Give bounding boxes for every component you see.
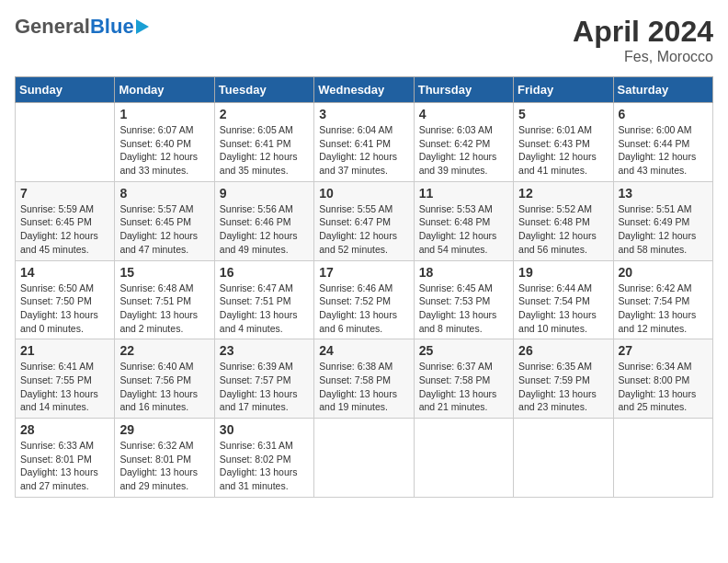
day-number: 2 xyxy=(220,107,309,121)
calendar-header-thursday: Thursday xyxy=(414,77,513,103)
calendar-week-row: 14Sunrise: 6:50 AM Sunset: 7:50 PM Dayli… xyxy=(16,260,713,339)
calendar-header-row: SundayMondayTuesdayWednesdayThursdayFrid… xyxy=(16,77,713,103)
day-number: 26 xyxy=(518,343,608,358)
day-info: Sunrise: 5:51 AM Sunset: 6:49 PM Dayligh… xyxy=(619,202,708,257)
calendar-header-monday: Monday xyxy=(115,77,214,103)
day-number: 14 xyxy=(20,265,109,280)
day-info: Sunrise: 6:50 AM Sunset: 7:50 PM Dayligh… xyxy=(20,282,109,336)
calendar-cell: 17Sunrise: 6:46 AM Sunset: 7:52 PM Dayli… xyxy=(314,260,414,339)
day-info: Sunrise: 6:34 AM Sunset: 8:00 PM Dayligh… xyxy=(619,360,708,414)
day-info: Sunrise: 6:39 AM Sunset: 7:57 PM Dayligh… xyxy=(220,360,309,414)
logo-arrow-icon xyxy=(136,19,149,34)
calendar-header-sunday: Sunday xyxy=(16,77,115,103)
day-info: Sunrise: 6:00 AM Sunset: 6:44 PM Dayligh… xyxy=(619,123,708,178)
calendar-cell: 23Sunrise: 6:39 AM Sunset: 7:57 PM Dayli… xyxy=(214,339,313,419)
calendar-cell: 10Sunrise: 5:55 AM Sunset: 6:47 PM Dayli… xyxy=(314,181,414,260)
calendar-cell: 21Sunrise: 6:41 AM Sunset: 7:55 PM Dayli… xyxy=(16,339,115,419)
day-info: Sunrise: 6:03 AM Sunset: 6:42 PM Dayligh… xyxy=(419,123,508,178)
calendar-cell xyxy=(16,103,115,182)
calendar-week-row: 28Sunrise: 6:33 AM Sunset: 8:01 PM Dayli… xyxy=(16,419,713,498)
day-number: 25 xyxy=(419,343,508,358)
day-number: 20 xyxy=(619,265,708,280)
title-block: April 2024 Fes, Morocco xyxy=(573,15,713,65)
day-number: 15 xyxy=(119,265,209,280)
calendar-table: SundayMondayTuesdayWednesdayThursdayFrid… xyxy=(15,76,713,498)
day-info: Sunrise: 5:52 AM Sunset: 6:48 PM Dayligh… xyxy=(518,202,608,257)
calendar-cell: 14Sunrise: 6:50 AM Sunset: 7:50 PM Dayli… xyxy=(16,260,115,339)
day-number: 8 xyxy=(119,186,209,201)
day-info: Sunrise: 5:59 AM Sunset: 6:45 PM Dayligh… xyxy=(20,202,109,257)
calendar-cell: 16Sunrise: 6:47 AM Sunset: 7:51 PM Dayli… xyxy=(214,260,313,339)
day-info: Sunrise: 6:37 AM Sunset: 7:58 PM Dayligh… xyxy=(419,360,508,414)
calendar-week-row: 21Sunrise: 6:41 AM Sunset: 7:55 PM Dayli… xyxy=(16,339,713,419)
day-number: 3 xyxy=(319,107,408,121)
day-info: Sunrise: 6:41 AM Sunset: 7:55 PM Dayligh… xyxy=(20,360,109,414)
day-info: Sunrise: 5:55 AM Sunset: 6:47 PM Dayligh… xyxy=(319,202,408,257)
day-number: 9 xyxy=(220,186,309,201)
calendar-cell: 2Sunrise: 6:05 AM Sunset: 6:41 PM Daylig… xyxy=(214,103,313,182)
calendar-cell: 19Sunrise: 6:44 AM Sunset: 7:54 PM Dayli… xyxy=(514,260,613,339)
page-header: General Blue April 2024 Fes, Morocco xyxy=(15,15,713,65)
day-info: Sunrise: 5:56 AM Sunset: 6:46 PM Dayligh… xyxy=(220,202,309,257)
calendar-cell: 20Sunrise: 6:42 AM Sunset: 7:54 PM Dayli… xyxy=(613,260,712,339)
calendar-cell: 9Sunrise: 5:56 AM Sunset: 6:46 PM Daylig… xyxy=(214,181,313,260)
day-info: Sunrise: 6:07 AM Sunset: 6:40 PM Dayligh… xyxy=(119,123,209,178)
calendar-cell: 11Sunrise: 5:53 AM Sunset: 6:48 PM Dayli… xyxy=(414,181,513,260)
day-number: 22 xyxy=(119,343,209,358)
calendar-cell: 25Sunrise: 6:37 AM Sunset: 7:58 PM Dayli… xyxy=(414,339,513,419)
calendar-cell: 26Sunrise: 6:35 AM Sunset: 7:59 PM Dayli… xyxy=(514,339,613,419)
day-info: Sunrise: 5:57 AM Sunset: 6:45 PM Dayligh… xyxy=(119,202,209,257)
day-number: 29 xyxy=(119,422,209,437)
day-number: 4 xyxy=(419,107,508,121)
calendar-cell: 6Sunrise: 6:00 AM Sunset: 6:44 PM Daylig… xyxy=(613,103,712,182)
logo-blue: Blue xyxy=(90,15,134,39)
day-number: 11 xyxy=(419,186,508,201)
calendar-cell: 7Sunrise: 5:59 AM Sunset: 6:45 PM Daylig… xyxy=(16,181,115,260)
calendar-cell: 24Sunrise: 6:38 AM Sunset: 7:58 PM Dayli… xyxy=(314,339,414,419)
logo: General Blue xyxy=(15,15,149,39)
day-info: Sunrise: 6:45 AM Sunset: 7:53 PM Dayligh… xyxy=(419,282,508,336)
day-info: Sunrise: 6:35 AM Sunset: 7:59 PM Dayligh… xyxy=(518,360,608,414)
day-number: 16 xyxy=(220,265,309,280)
calendar-cell: 13Sunrise: 5:51 AM Sunset: 6:49 PM Dayli… xyxy=(613,181,712,260)
day-info: Sunrise: 6:38 AM Sunset: 7:58 PM Dayligh… xyxy=(319,360,408,414)
calendar-week-row: 1Sunrise: 6:07 AM Sunset: 6:40 PM Daylig… xyxy=(16,103,713,182)
day-number: 18 xyxy=(419,265,508,280)
calendar-header-wednesday: Wednesday xyxy=(314,77,414,103)
day-info: Sunrise: 6:47 AM Sunset: 7:51 PM Dayligh… xyxy=(220,282,309,336)
location: Fes, Morocco xyxy=(573,49,713,65)
day-info: Sunrise: 6:05 AM Sunset: 6:41 PM Dayligh… xyxy=(220,123,309,178)
calendar-cell: 1Sunrise: 6:07 AM Sunset: 6:40 PM Daylig… xyxy=(115,103,214,182)
calendar-header-saturday: Saturday xyxy=(613,77,712,103)
day-number: 10 xyxy=(319,186,408,201)
calendar-cell: 4Sunrise: 6:03 AM Sunset: 6:42 PM Daylig… xyxy=(414,103,513,182)
day-info: Sunrise: 6:04 AM Sunset: 6:41 PM Dayligh… xyxy=(319,123,408,178)
calendar-cell: 30Sunrise: 6:31 AM Sunset: 8:02 PM Dayli… xyxy=(214,419,313,498)
day-number: 12 xyxy=(518,186,608,201)
day-number: 23 xyxy=(220,343,309,358)
day-info: Sunrise: 6:46 AM Sunset: 7:52 PM Dayligh… xyxy=(319,282,408,336)
calendar-cell xyxy=(314,419,414,498)
day-number: 1 xyxy=(119,107,209,121)
calendar-cell: 15Sunrise: 6:48 AM Sunset: 7:51 PM Dayli… xyxy=(115,260,214,339)
day-number: 6 xyxy=(619,107,708,121)
calendar-cell: 29Sunrise: 6:32 AM Sunset: 8:01 PM Dayli… xyxy=(115,419,214,498)
calendar-cell: 22Sunrise: 6:40 AM Sunset: 7:56 PM Dayli… xyxy=(115,339,214,419)
day-number: 7 xyxy=(20,186,109,201)
day-number: 19 xyxy=(518,265,608,280)
day-info: Sunrise: 6:48 AM Sunset: 7:51 PM Dayligh… xyxy=(119,282,209,336)
day-number: 17 xyxy=(319,265,408,280)
day-number: 27 xyxy=(619,343,708,358)
day-number: 24 xyxy=(319,343,408,358)
day-number: 30 xyxy=(220,422,309,437)
day-info: Sunrise: 6:40 AM Sunset: 7:56 PM Dayligh… xyxy=(119,360,209,414)
calendar-week-row: 7Sunrise: 5:59 AM Sunset: 6:45 PM Daylig… xyxy=(16,181,713,260)
month-title: April 2024 xyxy=(573,15,713,49)
day-info: Sunrise: 6:33 AM Sunset: 8:01 PM Dayligh… xyxy=(20,439,109,493)
calendar-header-friday: Friday xyxy=(514,77,613,103)
day-number: 13 xyxy=(619,186,708,201)
calendar-cell xyxy=(414,419,513,498)
calendar-cell: 28Sunrise: 6:33 AM Sunset: 8:01 PM Dayli… xyxy=(16,419,115,498)
calendar-cell: 27Sunrise: 6:34 AM Sunset: 8:00 PM Dayli… xyxy=(613,339,712,419)
calendar-cell: 12Sunrise: 5:52 AM Sunset: 6:48 PM Dayli… xyxy=(514,181,613,260)
